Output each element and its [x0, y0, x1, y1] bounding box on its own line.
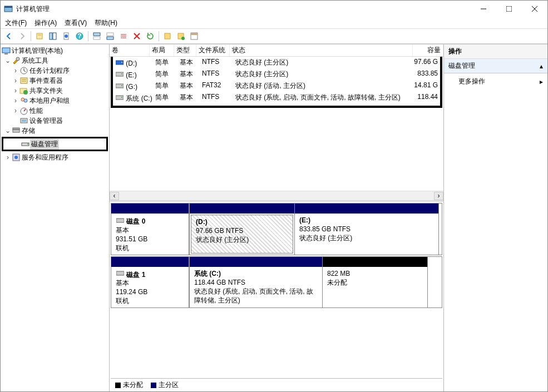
expand-icon[interactable]: ›	[12, 87, 19, 95]
tree-root[interactable]: 计算机管理(本地)	[2, 46, 108, 56]
expand-icon[interactable]: ›	[12, 67, 19, 75]
clock-icon	[19, 66, 28, 75]
chevron-right-icon: ▸	[540, 78, 543, 86]
titlebar: 计算机管理	[1, 1, 547, 17]
actions-header: 操作	[444, 44, 547, 59]
show-hide-tree-button[interactable]	[47, 30, 59, 42]
actions-section[interactable]: 磁盘管理 ▴	[444, 59, 547, 73]
tree-system-tools[interactable]: ⌄系统工具	[2, 56, 108, 66]
volume-table-header: 卷 布局 类型 文件系统 状态 容量	[110, 44, 443, 57]
table-row[interactable]: (D:)简单基本NTFS状态良好 (主分区)97.66 G	[113, 57, 440, 68]
col-fs[interactable]: 文件系统	[196, 44, 230, 56]
back-button[interactable]	[3, 30, 15, 42]
expand-icon[interactable]: ›	[12, 107, 19, 115]
disk-layout-panel: 磁盘 0基本931.51 GB联机(D:)97.66 GB NTFS状态良好 (…	[110, 200, 443, 391]
collapse-icon[interactable]: ▴	[540, 62, 543, 70]
expand-icon[interactable]: ›	[12, 77, 19, 85]
svg-rect-49	[116, 271, 124, 275]
properties-button[interactable]	[60, 30, 72, 42]
help-button[interactable]: ?	[73, 30, 86, 42]
menu-view[interactable]: 查看(V)	[65, 18, 87, 28]
svg-point-37	[27, 143, 28, 145]
forward-button[interactable]	[16, 30, 28, 42]
menu-help[interactable]: 帮助(H)	[95, 18, 117, 28]
svg-rect-1	[4, 6, 12, 8]
settings-icon[interactable]	[117, 30, 130, 42]
svg-rect-17	[165, 33, 170, 39]
svg-rect-14	[93, 37, 100, 39]
horizontal-scrollbar[interactable]: ‹ ›	[110, 191, 443, 200]
svg-rect-23	[4, 53, 8, 54]
minimize-button[interactable]	[471, 1, 496, 17]
tree-event-viewer[interactable]: ›事件查看器	[2, 76, 108, 86]
partition[interactable]: 822 MB未分配	[322, 256, 428, 309]
tree-local-users[interactable]: ›本地用户和组	[2, 96, 108, 106]
close-button[interactable]	[522, 1, 547, 17]
svg-rect-44	[116, 84, 124, 88]
svg-point-19	[181, 37, 185, 40]
col-type[interactable]: 类型	[174, 44, 196, 56]
collapse-icon[interactable]: ⌄	[4, 127, 12, 135]
view-top-button[interactable]	[91, 30, 103, 42]
table-row[interactable]: 系统 (C:)简单基本NTFS状态良好 (系统, 启动, 页面文件, 活动, 故…	[113, 92, 440, 105]
svg-point-24	[16, 57, 19, 61]
svg-rect-46	[116, 96, 124, 100]
collapse-icon[interactable]: ⌄	[4, 57, 12, 64]
scroll-right-icon[interactable]: ›	[434, 192, 443, 200]
users-icon	[19, 96, 28, 105]
tree-task-scheduler[interactable]: ›任务计划程序	[2, 66, 108, 76]
col-volume[interactable]: 卷	[110, 44, 150, 56]
tree-performance[interactable]: ›性能	[2, 106, 108, 116]
partition[interactable]: (D:)97.66 GB NTFS状态良好 (主分区)	[189, 203, 295, 255]
col-layout[interactable]: 布局	[150, 44, 174, 56]
tree-disk-management[interactable]: 磁盘管理	[3, 139, 106, 149]
disk-icon	[116, 216, 125, 225]
disk-icon	[21, 140, 30, 148]
svg-text:?: ?	[77, 32, 81, 40]
menu-file[interactable]: 文件(F)	[5, 18, 27, 28]
disk-row: 磁盘 0基本931.51 GB联机(D:)97.66 GB NTFS状态良好 (…	[111, 203, 442, 255]
expand-icon[interactable]: ›	[12, 97, 19, 105]
disk-icon	[116, 269, 125, 278]
actions-more[interactable]: 更多操作 ▸	[444, 73, 547, 90]
delete-icon[interactable]	[131, 30, 143, 42]
col-capacity[interactable]: 容量	[413, 44, 443, 56]
center-panel: 卷 布局 类型 文件系统 状态 容量 (D:)简单基本NTFS状态良好 (主分区…	[110, 44, 444, 391]
event-icon	[19, 76, 28, 85]
svg-point-10	[65, 34, 68, 38]
svg-point-28	[23, 90, 28, 95]
scroll-left-icon[interactable]: ‹	[110, 192, 119, 200]
partition[interactable]: 系统 (C:)118.44 GB NTFS状态良好 (系统, 启动, 页面文件,…	[189, 256, 323, 309]
drive-icon	[115, 93, 124, 102]
device-icon	[19, 116, 28, 125]
refresh-icon[interactable]	[144, 30, 156, 42]
drive-icon	[115, 70, 124, 78]
action1-icon[interactable]	[161, 30, 174, 42]
table-row[interactable]: (G:)简单基本FAT32状态良好 (活动, 主分区)14.81 G	[113, 80, 440, 92]
legend-primary-swatch	[151, 383, 156, 388]
svg-point-30	[24, 99, 27, 102]
perf-icon	[19, 106, 28, 115]
expand-icon[interactable]: ›	[4, 153, 12, 161]
view-bottom-button[interactable]	[104, 30, 116, 42]
tree-services[interactable]: ›服务和应用程序	[2, 152, 108, 162]
up-button[interactable]	[33, 30, 46, 42]
action3-icon[interactable]	[188, 30, 200, 42]
svg-point-45	[121, 85, 122, 86]
tree-device-manager[interactable]: 设备管理器	[2, 116, 108, 126]
tree-shared-folders[interactable]: ›共享文件夹	[2, 86, 108, 96]
svg-rect-34	[13, 130, 19, 132]
svg-rect-48	[116, 219, 124, 222]
tree-storage[interactable]: ⌄存储	[2, 126, 108, 136]
actions-panel: 操作 磁盘管理 ▴ 更多操作 ▸	[444, 44, 547, 391]
partition[interactable]: (E:)833.85 GB NTFS状态良好 (主分区)	[294, 203, 439, 255]
menu-action[interactable]: 操作(A)	[34, 18, 57, 28]
svg-rect-7	[50, 33, 52, 39]
maximize-button[interactable]	[496, 1, 522, 17]
col-status[interactable]: 状态	[230, 44, 413, 56]
table-row[interactable]: (E:)简单基本NTFS状态良好 (主分区)833.85	[113, 68, 440, 80]
svg-rect-6	[37, 33, 42, 39]
svg-rect-13	[93, 33, 100, 36]
svg-rect-33	[22, 120, 26, 122]
action2-icon[interactable]	[175, 30, 187, 42]
